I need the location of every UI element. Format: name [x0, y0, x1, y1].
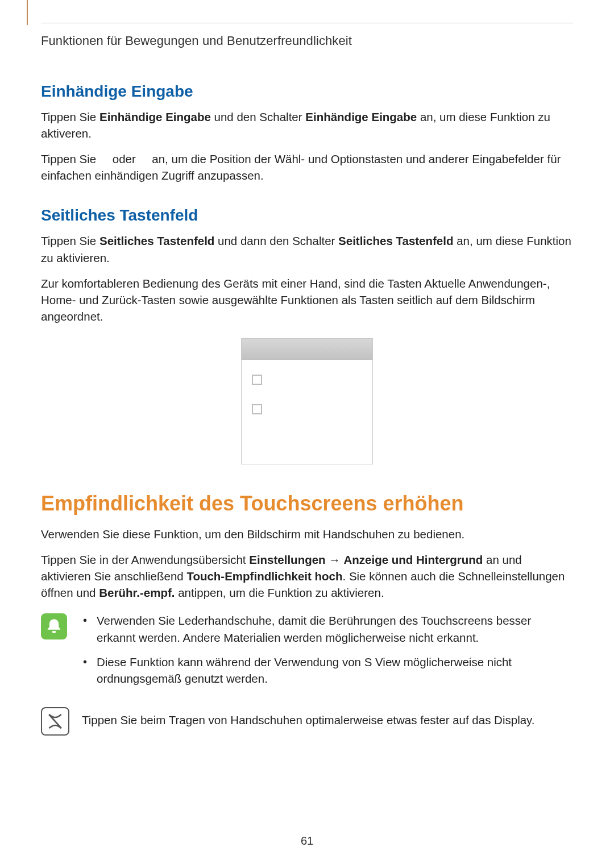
text: Tippen Sie: [41, 110, 99, 123]
figure-side-key-panel: [41, 338, 573, 464]
page-number: 61: [0, 834, 614, 848]
document-page: Funktionen für Bewegungen und Benutzerfr…: [0, 0, 614, 868]
page-tab-mark: [27, 0, 28, 25]
bullet-list: Verwenden Sie Lederhandschuhe, damit die…: [80, 612, 573, 694]
device-mockup: [241, 338, 373, 464]
text: und dann den Schalter: [214, 234, 338, 247]
text-bold: Seitliches Tastenfeld: [99, 234, 214, 247]
text-bold: Einhändige Eingabe: [305, 110, 417, 123]
arrow-icon: →: [326, 553, 344, 566]
device-status-bar: [242, 339, 372, 360]
paragraph: Tippen Sie Seitliches Tastenfeld und dan…: [41, 232, 573, 265]
paragraph: Tippen Sie oder an, um die Position der …: [41, 151, 573, 184]
text: Tippen Sie: [41, 234, 99, 247]
text: oder: [113, 152, 139, 165]
inline-icon-placeholder: [99, 152, 109, 165]
text-bold: Seitliches Tastenfeld: [338, 234, 453, 247]
side-key-column: [242, 360, 372, 448]
text: und den Schalter: [211, 110, 305, 123]
breadcrumb: Funktionen für Bewegungen und Benutzerfr…: [41, 34, 573, 48]
side-key-icon: [252, 404, 262, 414]
header-rule: [41, 23, 573, 23]
list-item: Verwenden Sie Lederhandschuhe, damit die…: [80, 612, 573, 645]
paragraph: Tippen Sie Einhändige Eingabe und den Sc…: [41, 109, 573, 142]
note-icon: [41, 707, 69, 736]
heading-touch-sensitivity: Empfindlichkeit des Touchscreens erhöhen: [41, 492, 573, 516]
inline-icon-placeholder: [139, 152, 148, 165]
text-bold: Berühr.-empf.: [99, 586, 175, 599]
text-bold: Einstellungen: [249, 553, 325, 566]
heading-einhaendige-eingabe: Einhändige Eingabe: [41, 82, 573, 101]
paragraph: Verwenden Sie diese Funktion, um den Bil…: [41, 526, 573, 542]
paragraph: Zur komfortableren Bedienung des Geräts …: [41, 275, 573, 325]
text: antippen, um die Funktion zu aktivieren.: [175, 586, 384, 599]
text-bold: Anzeige und Hintergrund: [344, 553, 483, 566]
list-item: Diese Funktion kann während der Verwendu…: [80, 654, 573, 687]
paragraph: Tippen Sie in der Anwendungsübersicht Ei…: [41, 551, 573, 601]
text: Tippen Sie: [41, 152, 99, 165]
text: Tippen Sie in der Anwendungsübersicht: [41, 553, 249, 566]
side-key-icon: [252, 375, 262, 385]
bell-icon: [41, 613, 67, 639]
callout-note: Tippen Sie beim Tragen von Handschuhen o…: [41, 706, 573, 736]
text-bold: Einhändige Eingabe: [99, 110, 211, 123]
text-bold: Touch-Empfindlichkeit hoch: [186, 570, 342, 583]
note-text: Tippen Sie beim Tragen von Handschuhen o…: [82, 706, 573, 728]
heading-seitliches-tastenfeld: Seitliches Tastenfeld: [41, 206, 573, 225]
callout-attention: Verwenden Sie Lederhandschuhe, damit die…: [41, 612, 573, 694]
